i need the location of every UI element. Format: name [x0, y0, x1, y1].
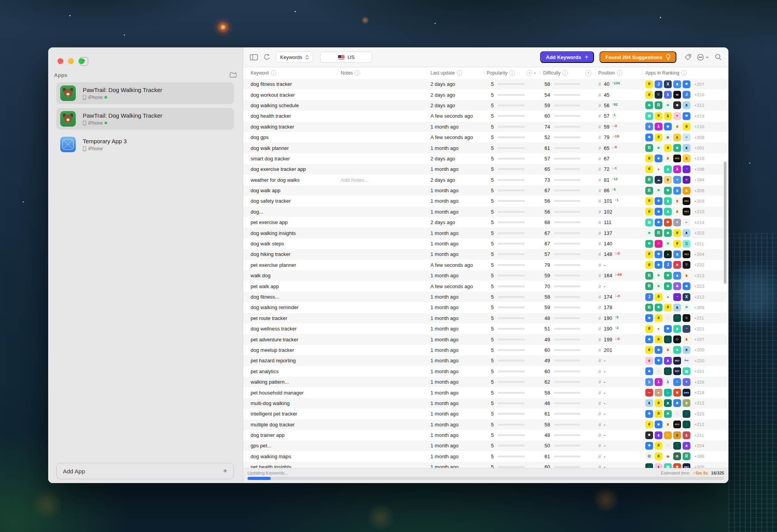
difficulty-cell: 56 [540, 198, 595, 204]
table-row[interactable]: pet walk appA few seconds ago570#-R✱✱✱✱+… [243, 281, 728, 291]
toggle-sidebar-icon[interactable] [250, 54, 258, 61]
column-header-notes[interactable]: Notesi [338, 67, 427, 79]
table-row[interactable]: dog walk steps1 month ago567#140✱✧✱fiS+2… [243, 238, 728, 249]
table-row[interactable]: dog walking reminder1 month ago559#178R✱… [243, 302, 728, 313]
position-cell: #- [595, 411, 642, 417]
table-row[interactable]: dog meetup tracker1 month ago560#201fi✱ᴥ… [243, 345, 728, 355]
table-row[interactable]: dog gpsA few seconds ago552#79↓-15✱fi⊕ᴥ✕… [243, 132, 728, 143]
column-header-keyword[interactable]: Keywordi [247, 67, 338, 79]
info-icon[interactable]: i [355, 70, 360, 76]
table-row[interactable]: dog walk app1 month ago567#86↑5R✱✱ᴥᴥ+208 [243, 185, 728, 196]
popularity-cell: 5 [484, 464, 540, 468]
last-update-cell: A few seconds ago [427, 262, 484, 268]
add-app-button[interactable]: Add App + [56, 463, 234, 479]
new-folder-icon[interactable] [230, 72, 237, 78]
info-icon[interactable]: i [681, 70, 686, 76]
add-app-plus-icon: + [223, 467, 227, 475]
help-button[interactable]: ? [80, 57, 88, 66]
difficulty-cell: 59 [540, 273, 595, 278]
tag-icon[interactable] [684, 54, 692, 61]
ranking-app-icon: ∴ [673, 378, 681, 386]
view-selector[interactable]: Keywords [276, 52, 313, 63]
table-row[interactable]: dog walking tracker1 month ago574#59↓-3ᴥ… [243, 122, 728, 132]
refresh-icon[interactable] [263, 54, 270, 61]
popularity-value: 5 [487, 262, 494, 268]
info-icon[interactable]: i [509, 70, 515, 76]
info-icon[interactable]: i [563, 70, 568, 76]
table-row[interactable]: dog walking schedule2 days ago559#56↑82✱… [243, 100, 728, 111]
minimize-window-button[interactable] [68, 58, 74, 64]
table-row[interactable]: dog hiking tracker1 month ago557#148↓-2f… [243, 249, 728, 259]
position-cell: #86↑5 [595, 188, 642, 193]
column-header-position[interactable]: Positioni [595, 67, 642, 79]
ranking-app-icon: ✱ [683, 304, 690, 311]
table-row[interactable]: weather for dog walksAdd Notes...2 days … [243, 175, 728, 185]
table-row[interactable]: gps pet...1 month ago550#-✱fi◌♡ᴥ+204 [243, 440, 728, 451]
popularity-value: 5 [487, 156, 494, 162]
add-keywords-button[interactable]: Add Keywords + [540, 51, 594, 63]
table-row[interactable]: smart dog tracker2 days ago557#67fi✱ᴥPF2… [243, 153, 728, 164]
ranking-app-icon: R [655, 229, 662, 237]
table-row[interactable]: dog...1 month ago556#102fi✱ᴥᴥPF2+210 [243, 207, 728, 217]
table-row[interactable]: pet analytics1 month ago560#-✱◌♡PET▦+221 [243, 366, 728, 377]
filter-icon[interactable]: ▼ [585, 70, 591, 76]
table-row[interactable]: dog walk planner1 month ago561#65↓-5R✱fi… [243, 143, 728, 153]
table-row[interactable]: dog fitness tracker2 days ago558#40↑134f… [243, 79, 728, 89]
add-notes-placeholder[interactable]: Add Notes... [341, 177, 369, 183]
table-row[interactable]: dog trainer app1 month ago548#-✱ᴥ✧ᴥᴥ+211 [243, 430, 728, 440]
sidebar-app-item[interactable]: PawTrail: Dog Walking TrackeriPhone [56, 82, 234, 104]
chevron-down-icon[interactable]: ∨ [533, 71, 536, 75]
table-row[interactable]: pet hazard reporting1 month ago549#-ᴥ✱ᴥP… [243, 355, 728, 366]
column-header-apps-in-ranking[interactable]: Apps in Rankingi [642, 67, 728, 79]
table-row[interactable]: dog fitness...1 month ago558#174↓-3Jfi●◔… [243, 292, 728, 302]
table-row[interactable]: multiple dog tracker1 month ago558#-fi✱ᴥ… [243, 419, 728, 430]
difficulty-cell: 59 [540, 304, 595, 310]
table-row[interactable]: pet health insights1 month ago560#-♡ᴥ▦✱P… [243, 462, 728, 468]
table-row[interactable]: dog health trackerA few seconds ago560#5… [243, 111, 728, 121]
filter-icon[interactable]: ▼ [526, 70, 532, 76]
table-row[interactable]: walk dog1 month ago559#164↓-66R✱✱ᴥᴥ+213 [243, 270, 728, 281]
table-row[interactable]: pet route tracker1 month ago548#190↑5✱fi… [243, 313, 728, 323]
popularity-value: 5 [487, 124, 494, 130]
estimated-time-label: Estimated time: [661, 471, 690, 475]
table-row[interactable]: pet exercise plannerA few seconds ago579… [243, 260, 728, 270]
table-row[interactable]: walking pattern...1 month ago562#-λλλ∴▼+… [243, 377, 728, 387]
region-selector[interactable]: US [320, 52, 372, 63]
difficulty-value: 61 [543, 411, 550, 417]
info-icon[interactable]: i [617, 70, 622, 76]
position-delta: ↑82 [612, 103, 618, 106]
ranking-app-icon: λ [664, 112, 672, 120]
table-row[interactable]: dog walking maps1 month ago561#-⊞fi◉⊕R+1… [243, 451, 728, 462]
ranking-more-count: +223 [694, 284, 704, 289]
table-row[interactable]: intelligent pet tracker1 month ago561#-✱… [243, 409, 728, 419]
info-icon[interactable]: i [457, 70, 462, 76]
table-row[interactable]: dog walking insights1 month ago567#137✱R… [243, 228, 728, 238]
column-header-difficulty[interactable]: Difficultyi▼ [540, 67, 595, 79]
popularity-cell: 5 [484, 145, 540, 151]
ranking-app-icon: fi [645, 250, 653, 258]
info-icon[interactable]: i [271, 70, 276, 76]
table-row[interactable]: dog workout tracker2 days ago554#45fi=λ∞… [243, 89, 728, 100]
sidebar-app-item[interactable]: PawTrail: Dog Walking TrackeriPhone [56, 108, 234, 130]
sidebar-app-item[interactable]: Temporary App 3iPhone [56, 134, 234, 155]
position-hash: # [598, 304, 601, 310]
table-row[interactable]: dog exercise tracker app1 month ago565#7… [243, 164, 728, 174]
table-row[interactable]: dog safety tracker1 month ago556#101↑1fi… [243, 196, 728, 206]
more-options-icon[interactable] [697, 54, 709, 61]
popularity-cell: 5 [484, 390, 540, 396]
popularity-cell: 5 [484, 454, 540, 459]
us-flag-icon [338, 55, 345, 59]
table-row[interactable]: pet household manager1 month ago558#-~●⌂… [243, 387, 728, 398]
table-row[interactable]: dog wellness tracker1 month ago551#190↑2… [243, 323, 728, 334]
ranking-app-icon: fi [645, 80, 653, 88]
popularity-bar [498, 221, 525, 223]
table-row[interactable]: multi-dog walking1 month ago546#-ᴥfiᴥ✱ᴥ+… [243, 398, 728, 409]
column-header-last-update[interactable]: Last updatei [427, 67, 484, 79]
suggestions-button[interactable]: Found 204 Suggestions [599, 51, 676, 63]
table-row[interactable]: pet adventure tracker1 month ago549#199↓… [243, 334, 728, 344]
search-icon[interactable] [715, 54, 722, 61]
table-row[interactable]: pet exercise app2 days ago568#111▦✱✱●∞+2… [243, 217, 728, 228]
close-window-button[interactable] [57, 58, 63, 64]
scrollbar-thumb[interactable] [724, 162, 726, 284]
column-header-popularity[interactable]: Popularityi▼∨ [484, 67, 540, 79]
